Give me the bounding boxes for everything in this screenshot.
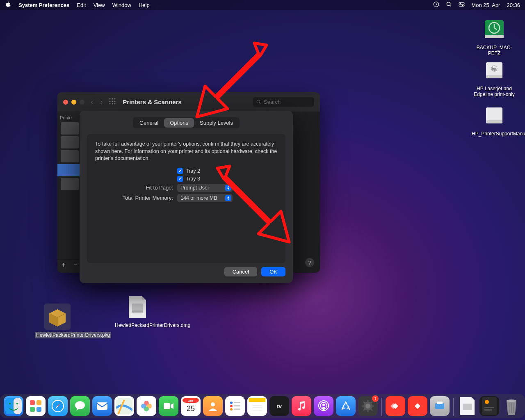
svg-point-19 (114, 98, 116, 100)
cancel-button[interactable]: Cancel (224, 267, 257, 276)
tray3-checkbox[interactable] (177, 176, 183, 182)
svg-point-22 (114, 101, 116, 102)
show-all-button[interactable] (109, 98, 116, 106)
menubar-date[interactable]: Mon 25. Apr (471, 2, 500, 8)
options-description: To take full advantage of your printer's… (95, 141, 277, 162)
desktop-backup-drive[interactable]: BACKUP_MAC-PETZ (472, 16, 517, 57)
music-icon[interactable] (292, 396, 311, 416)
launchpad-icon[interactable] (26, 396, 46, 416)
svg-point-18 (112, 98, 113, 100)
svg-point-43 (141, 404, 146, 409)
svg-point-82 (507, 399, 516, 402)
close-button[interactable] (63, 100, 68, 105)
svg-rect-32 (37, 400, 41, 405)
facetime-icon[interactable] (159, 396, 178, 416)
contacts-icon[interactable] (203, 396, 223, 416)
svg-point-4 (460, 2, 461, 3)
finder-icon[interactable] (4, 396, 23, 416)
printer-item[interactable] (61, 122, 79, 135)
hp-utility-icon[interactable] (430, 396, 450, 416)
svg-line-72 (371, 409, 372, 411)
timemachine-icon[interactable] (433, 1, 439, 9)
svg-point-23 (110, 103, 111, 105)
dock-pkg-icon[interactable] (457, 396, 477, 416)
maps-icon[interactable] (114, 396, 134, 416)
svg-point-66 (365, 404, 370, 409)
menu-window[interactable]: Window (112, 2, 131, 8)
desktop-hp-drive[interactable]: hp HP Laserjet and Edgeline print-only (472, 57, 517, 98)
dmg-icon (124, 294, 151, 320)
appstore-icon[interactable] (336, 396, 356, 416)
svg-point-54 (230, 408, 233, 411)
add-printer-button[interactable]: + (57, 260, 70, 270)
desktop-hp-manual[interactable]: HP_PrinterSupportManual (472, 103, 517, 137)
printer-item[interactable] (61, 136, 79, 148)
search-field[interactable]: Search (253, 97, 314, 107)
trash-icon[interactable] (502, 396, 521, 416)
svg-rect-51 (234, 402, 240, 403)
photos-icon[interactable] (137, 396, 156, 416)
apple-menu[interactable] (5, 1, 11, 9)
app-name[interactable]: System Preferences (18, 2, 69, 8)
timemachine-disk-icon (481, 16, 507, 43)
tab-supply-levels[interactable]: Supply Levels (194, 118, 239, 128)
minimize-button[interactable] (71, 100, 76, 105)
anydesk-alt-icon[interactable] (408, 396, 427, 416)
appletv-icon[interactable]: tv (269, 396, 289, 416)
system-preferences-icon[interactable]: 1 (358, 396, 378, 416)
messages-icon[interactable] (70, 396, 90, 416)
desktop-label: HewlettPackardPrinterDrivers.pkg (35, 332, 111, 338)
podcasts-icon[interactable] (314, 396, 333, 416)
desktop-pkg[interactable]: HewlettPackardPrinterDrivers.pkg (35, 304, 80, 338)
svg-rect-10 (486, 75, 502, 78)
svg-text:hp: hp (492, 67, 496, 71)
tab-general[interactable]: General (134, 118, 164, 128)
reminders-icon[interactable] (225, 396, 245, 416)
notes-icon[interactable] (247, 396, 267, 416)
svg-point-26 (257, 100, 260, 103)
tab-options[interactable]: Options (164, 118, 194, 128)
dock-separator (381, 398, 382, 416)
desktop-label: HewlettPackardPrinterDrivers.dmg (115, 322, 190, 328)
svg-rect-77 (463, 404, 472, 410)
forward-button[interactable]: › (99, 98, 104, 106)
svg-text:tv: tv (277, 403, 282, 409)
svg-point-24 (112, 103, 113, 105)
svg-point-20 (110, 101, 111, 102)
svg-point-30 (16, 403, 18, 404)
disk-icon (481, 103, 507, 129)
ok-button[interactable]: OK (261, 267, 285, 276)
svg-point-62 (322, 404, 325, 406)
control-center-icon[interactable] (459, 1, 465, 9)
fit-to-page-select[interactable]: Prompt User▲▼ (177, 184, 233, 192)
svg-rect-16 (132, 310, 143, 313)
menu-edit[interactable]: Edit (77, 2, 86, 8)
menu-help[interactable]: Help (139, 2, 150, 8)
sidebar-header: Printe (57, 114, 74, 121)
tray2-label: Tray 2 (186, 168, 200, 174)
calendar-icon[interactable]: APR25 (181, 396, 201, 416)
dock-doc-icon[interactable] (479, 396, 499, 416)
anydesk-icon[interactable] (386, 396, 405, 416)
zoom-button[interactable] (80, 100, 84, 105)
spotlight-icon[interactable] (446, 1, 452, 9)
printer-item[interactable] (61, 178, 79, 190)
desktop-dmg[interactable]: HewlettPackardPrinterDrivers.dmg (115, 294, 160, 328)
back-button[interactable]: ‹ (89, 98, 94, 106)
dock: APR25 tv 1 (0, 394, 525, 418)
printer-item[interactable] (61, 150, 79, 162)
mail-icon[interactable] (92, 396, 112, 416)
tray2-checkbox[interactable] (177, 168, 183, 174)
svg-rect-53 (234, 405, 240, 406)
svg-line-71 (363, 402, 365, 403)
svg-rect-13 (486, 107, 502, 121)
menu-view[interactable]: View (94, 2, 105, 8)
svg-line-74 (363, 409, 365, 411)
safari-icon[interactable] (48, 396, 68, 416)
help-button[interactable]: ? (305, 258, 314, 267)
total-memory-select[interactable]: 144 or more MB▲▼ (177, 194, 233, 202)
svg-text:APR: APR (188, 400, 194, 402)
menubar-time[interactable]: 20:36 (507, 2, 520, 8)
badge: 1 (372, 395, 379, 402)
svg-rect-81 (484, 409, 492, 411)
